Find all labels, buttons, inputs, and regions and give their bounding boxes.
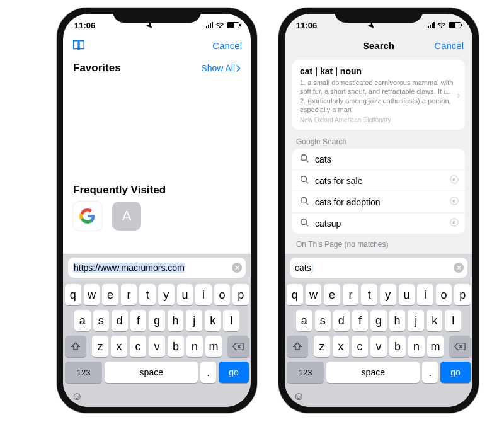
backspace-key[interactable] <box>227 336 249 357</box>
clear-icon[interactable]: ✕ <box>454 263 464 273</box>
shift-key[interactable] <box>287 336 308 357</box>
key-z[interactable]: z <box>92 336 108 357</box>
key-r[interactable]: r <box>343 284 359 305</box>
key-y[interactable]: y <box>380 284 396 305</box>
key-l[interactable]: l <box>445 310 461 331</box>
notch <box>335 8 423 23</box>
key-u[interactable]: u <box>177 284 193 305</box>
show-all-button[interactable]: Show All <box>201 63 241 73</box>
key-h[interactable]: h <box>168 310 184 331</box>
search-field[interactable]: cats| ✕ <box>290 258 467 278</box>
key-i[interactable]: i <box>417 284 433 305</box>
key-j[interactable]: j <box>408 310 424 331</box>
definition-card[interactable]: cat | kat | noun 1. a small domesticated… <box>292 60 465 130</box>
go-key[interactable]: go <box>440 362 471 383</box>
key-g[interactable]: g <box>149 310 165 331</box>
key-q[interactable]: q <box>65 284 81 305</box>
svg-point-5 <box>301 219 307 225</box>
tile-placeholder[interactable]: A <box>112 202 141 231</box>
suggestion-row[interactable]: catsup <box>292 212 465 234</box>
key-w[interactable]: w <box>306 284 322 305</box>
suggestion-row[interactable]: cats for adoption <box>292 191 465 212</box>
key-n[interactable]: n <box>408 336 425 357</box>
key-w[interactable]: w <box>84 284 100 305</box>
key-m[interactable]: m <box>205 336 222 357</box>
dot-key[interactable]: . <box>200 362 216 383</box>
key-t[interactable]: t <box>361 284 377 305</box>
key-d[interactable]: d <box>112 310 128 331</box>
fill-arrow-icon[interactable] <box>450 218 459 229</box>
bookmarks-icon[interactable] <box>72 39 86 52</box>
key-c[interactable]: c <box>352 336 368 357</box>
key-j[interactable]: j <box>186 310 202 331</box>
key-o[interactable]: o <box>214 284 231 305</box>
key-k[interactable]: k <box>205 310 221 331</box>
key-l[interactable]: l <box>223 310 239 331</box>
key-u[interactable]: u <box>399 284 415 305</box>
chevron-right-icon: › <box>457 90 460 100</box>
key-row-2: asdfghjkl <box>65 310 249 331</box>
key-d[interactable]: d <box>333 310 350 331</box>
key-y[interactable]: y <box>158 284 175 305</box>
dot-key[interactable]: . <box>422 362 438 383</box>
fill-arrow-icon[interactable] <box>450 175 459 186</box>
key-f[interactable]: f <box>130 310 147 331</box>
key-a[interactable]: a <box>74 310 91 331</box>
key-a[interactable]: a <box>296 310 312 331</box>
screen-right: 11:06 ➤ Search Cancel cat | kat | noun 1… <box>285 14 472 407</box>
address-field[interactable]: https://www.macrumors.com ✕ <box>68 258 246 278</box>
key-t[interactable]: t <box>139 284 156 305</box>
key-v[interactable]: v <box>370 336 387 357</box>
emoji-key[interactable]: ☺ <box>65 387 249 403</box>
search-icon <box>300 154 309 164</box>
key-q[interactable]: q <box>287 284 303 305</box>
emoji-key[interactable]: ☺ <box>287 387 471 403</box>
key-i[interactable]: i <box>195 284 212 305</box>
key-x[interactable]: x <box>111 336 127 357</box>
numbers-key[interactable]: 123 <box>65 362 102 383</box>
space-key[interactable]: space <box>326 362 420 383</box>
fill-arrow-icon[interactable] <box>450 197 459 207</box>
cancel-button[interactable]: Cancel <box>434 40 464 51</box>
cancel-button[interactable]: Cancel <box>212 40 242 51</box>
key-m[interactable]: m <box>427 336 444 357</box>
suggestion-row[interactable]: cats <box>292 149 465 169</box>
key-r[interactable]: r <box>121 284 137 305</box>
go-key[interactable]: go <box>219 362 249 383</box>
numbers-key[interactable]: 123 <box>287 362 324 383</box>
key-p[interactable]: p <box>232 284 249 305</box>
key-v[interactable]: v <box>149 336 165 357</box>
favorites-header: Favorites Show All <box>63 55 251 77</box>
search-icon <box>300 197 309 207</box>
battery-icon <box>449 22 461 28</box>
key-c[interactable]: c <box>130 336 146 357</box>
clear-icon[interactable]: ✕ <box>232 263 242 273</box>
key-n[interactable]: n <box>186 336 203 357</box>
key-h[interactable]: h <box>389 310 406 331</box>
svg-point-1 <box>301 176 307 182</box>
key-s[interactable]: s <box>93 310 110 331</box>
space-key[interactable]: space <box>105 362 198 383</box>
key-x[interactable]: x <box>333 336 349 357</box>
key-g[interactable]: g <box>370 310 387 331</box>
svg-point-4 <box>450 197 458 205</box>
key-k[interactable]: k <box>427 310 443 331</box>
key-e[interactable]: e <box>324 284 340 305</box>
screen-left: 11:06 ➤ Cancel Favorites Show All <box>63 14 251 407</box>
key-s[interactable]: s <box>315 310 331 331</box>
clock: 11:06 <box>296 21 317 30</box>
suggestion-row[interactable]: cats for sale <box>292 169 465 191</box>
wifi-icon <box>215 22 224 29</box>
key-p[interactable]: p <box>454 284 471 305</box>
shift-key[interactable] <box>65 336 86 357</box>
key-e[interactable]: e <box>102 284 118 305</box>
key-o[interactable]: o <box>436 284 452 305</box>
key-f[interactable]: f <box>352 310 369 331</box>
key-b[interactable]: b <box>168 336 184 357</box>
frequently-visited: Frequently Visited A <box>63 77 251 231</box>
definition-source: New Oxford American Dictionary <box>300 117 457 123</box>
backspace-key[interactable] <box>449 336 471 357</box>
key-z[interactable]: z <box>314 336 330 357</box>
tile-google[interactable] <box>73 202 102 231</box>
key-b[interactable]: b <box>389 336 406 357</box>
